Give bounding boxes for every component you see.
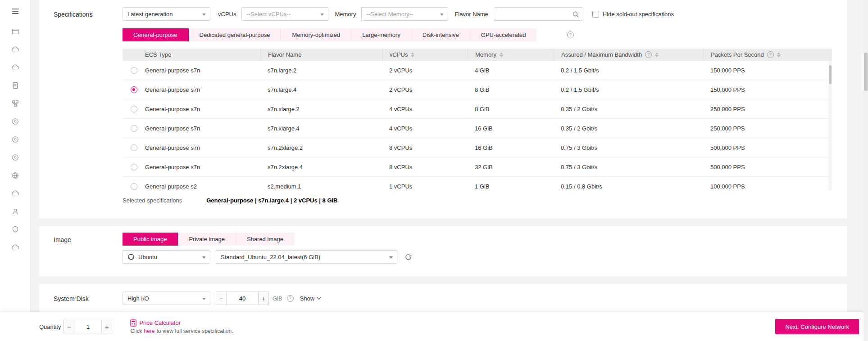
ecs-type-cell: General-purpose s7n <box>145 144 200 151</box>
image-tab-public-image[interactable]: Public image <box>123 233 178 246</box>
table-scrollbar[interactable] <box>828 61 832 190</box>
image-tab-shared-image[interactable]: Shared image <box>236 233 294 246</box>
sort-icon[interactable] <box>777 53 781 57</box>
image-tab-private-image[interactable]: Private image <box>178 233 236 246</box>
vcpus-select[interactable]: --Select vCPUs-- <box>241 7 328 21</box>
memory-cell: 1 GiB <box>475 183 490 190</box>
disk-show-toggle[interactable]: Show <box>300 295 322 302</box>
table-scrollbar-thumb[interactable] <box>829 65 832 84</box>
chevron-down-icon <box>317 297 321 300</box>
cdn-icon[interactable] <box>0 166 31 184</box>
flavor-name-cell: s7n.2xlarge.2 <box>268 144 303 151</box>
quantity-input[interactable] <box>74 320 101 333</box>
pps-cell: 500,000 PPS <box>710 164 745 170</box>
os-select[interactable]: Ubuntu <box>123 250 210 264</box>
disk-type-select[interactable]: High I/O <box>123 292 210 305</box>
flavor-row-s7n.2xlarge.2[interactable]: General-purpose s7ns7n.2xlarge.28 vCPUs1… <box>123 138 832 157</box>
flavor-radio[interactable] <box>131 67 137 74</box>
chevron-down-icon <box>202 256 206 259</box>
iam-icon[interactable] <box>0 202 31 220</box>
ecs-type-cell: General-purpose s7n <box>145 125 200 132</box>
console-icon[interactable] <box>0 22 31 40</box>
image-version-select[interactable]: Standard_Ubuntu_22.04_latest(6 GiB) <box>216 250 397 264</box>
security-icon[interactable] <box>0 220 31 238</box>
flavor-name-cell: s2.medium.1 <box>268 183 301 190</box>
disk-unit-label: GiB <box>273 295 282 302</box>
flavor-radio[interactable] <box>131 164 137 170</box>
hide-soldout-label: Hide sold-out specifications <box>603 11 674 18</box>
image-section: Image Public imagePrivate imageShared im… <box>39 226 847 276</box>
next-configure-network-button[interactable]: Next: Configure Network <box>775 319 859 334</box>
spec-tab-disk-intensive[interactable]: Disk-intensive <box>412 28 470 41</box>
flavor-row-s7n.xlarge.2[interactable]: General-purpose s7ns7n.xlarge.24 vCPUs8 … <box>123 99 832 119</box>
calculator-icon <box>130 319 136 327</box>
memory-select[interactable]: --Select Memory-- <box>361 7 448 21</box>
quantity-decrease-button[interactable]: − <box>64 320 74 333</box>
selected-specs-value: General-purpose | s7n.large.4 | 2 vCPUs … <box>206 197 337 204</box>
image-service-icon[interactable] <box>0 76 31 94</box>
disk-type-value: High I/O <box>127 295 149 302</box>
generation-select[interactable]: Latest generation <box>123 7 210 21</box>
spec-tab-gpu-accelerated[interactable]: GPU-accelerated <box>470 28 537 41</box>
network-icon[interactable] <box>0 94 31 112</box>
ecs-type-cell: General-purpose s7n <box>145 164 200 170</box>
flavor-table: ECS Type Flavor Name vCPUs Memory Assure… <box>123 49 832 190</box>
show-label: Show <box>300 295 315 302</box>
ecs-creation-page: Specifications Latest generation vCPUs -… <box>0 0 868 341</box>
flavor-radio[interactable] <box>131 125 137 132</box>
page-scrollbar-thumb[interactable] <box>864 53 868 91</box>
disk-help-icon[interactable]: ? <box>287 295 294 302</box>
sort-icon[interactable] <box>500 53 503 57</box>
vcpus-cell: 4 vCPUs <box>389 125 412 132</box>
sort-icon[interactable] <box>411 53 414 57</box>
page-scrollbar[interactable] <box>863 0 868 341</box>
spec-tab-general-purpose[interactable]: General-purpose <box>123 28 189 41</box>
ecs-type-cell: General-purpose s7n <box>145 86 200 93</box>
disk-size-decrease-button[interactable]: − <box>216 292 227 305</box>
generation-select-value: Latest generation <box>127 11 173 18</box>
bandwidth-cell: 0.15 / 0.8 Gbit/s <box>561 183 602 190</box>
spec-tab-memory-optimized[interactable]: Memory-optimized <box>281 28 351 41</box>
flavor-radio[interactable] <box>131 106 137 112</box>
memory-cell: 16 GiB <box>475 125 493 132</box>
cloud-server-icon[interactable] <box>0 58 31 76</box>
menu-icon[interactable] <box>0 3 31 20</box>
flavor-row-s7n.large.2[interactable]: General-purpose s7ns7n.large.22 vCPUs4 G… <box>123 61 832 80</box>
flavor-radio[interactable] <box>131 86 137 93</box>
bandwidth-help-icon[interactable]: ? <box>645 51 652 58</box>
quantity-increase-button[interactable]: + <box>101 320 112 333</box>
spec-tab-dedicated-general-purpose[interactable]: Dedicated general-purpose <box>189 28 282 41</box>
ecs-icon[interactable] <box>0 40 31 58</box>
vcpus-cell: 2 vCPUs <box>389 67 412 74</box>
hide-soldout-checkbox[interactable] <box>592 11 599 18</box>
refresh-icon[interactable] <box>404 253 412 261</box>
image-selects: Ubuntu Standard_Ubuntu_22.04_latest(6 Gi… <box>123 250 412 264</box>
monitoring-icon[interactable] <box>0 148 31 166</box>
flavor-radio[interactable] <box>131 183 137 190</box>
ecs-type-cell: General-purpose s7n <box>145 106 200 112</box>
price-calculator-link[interactable]: Price Calculator <box>139 319 181 326</box>
flavor-radio[interactable] <box>131 144 137 151</box>
disk-size-input[interactable] <box>227 292 258 305</box>
storage-icon[interactable] <box>0 184 31 202</box>
auto-scaling-icon[interactable] <box>0 112 31 130</box>
search-icon[interactable] <box>572 11 579 18</box>
spec-details-note: Clickhereto view full service specificat… <box>130 328 233 334</box>
vcpus-cell: 1 vCPUs <box>389 183 412 190</box>
here-link[interactable]: here <box>144 328 155 334</box>
pps-cell: 250,000 PPS <box>710 125 745 132</box>
flavor-row-s2.medium.1[interactable]: General-purpose s2s2.medium.11 vCPUs1 Gi… <box>123 177 832 190</box>
flavor-row-s7n.large.4[interactable]: General-purpose s7ns7n.large.42 vCPUs8 G… <box>123 80 832 99</box>
ecs-type-cell: General-purpose s7n <box>145 67 200 74</box>
memory-cell: 32 GiB <box>475 164 493 170</box>
pps-help-icon[interactable]: ? <box>767 51 774 58</box>
eip-icon[interactable] <box>0 130 31 148</box>
spec-tabs-help-icon[interactable]: ? <box>567 31 574 38</box>
flavor-row-s7n.xlarge.4[interactable]: General-purpose s7ns7n.xlarge.44 vCPUs16… <box>123 119 832 138</box>
flavor-name-input[interactable] <box>494 8 583 20</box>
disk-size-increase-button[interactable]: + <box>258 292 269 305</box>
sort-icon[interactable] <box>655 53 659 57</box>
spec-tab-large-memory[interactable]: Large-memory <box>351 28 412 41</box>
migration-icon[interactable] <box>0 238 31 256</box>
flavor-row-s7n.2xlarge.4[interactable]: General-purpose s7ns7n.2xlarge.48 vCPUs3… <box>123 157 832 177</box>
